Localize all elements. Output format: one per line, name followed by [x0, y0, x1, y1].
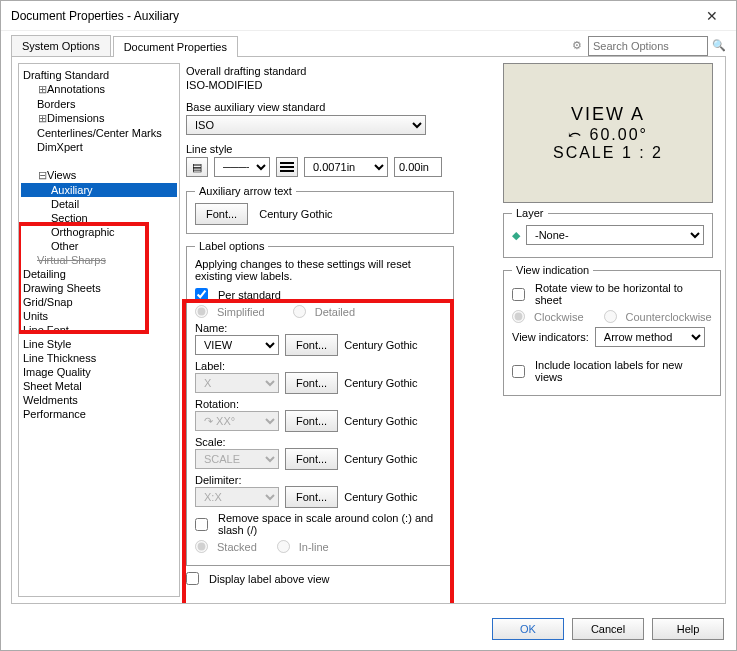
name-label: Name: — [195, 322, 445, 334]
tree-borders[interactable]: Borders — [21, 97, 177, 111]
tree-line-style[interactable]: Line Style — [21, 337, 177, 351]
search-box[interactable]: ⚙ 🔍 — [570, 36, 726, 56]
preview-scale: SCALE 1 : 2 — [553, 144, 663, 162]
nav-tree[interactable]: Drafting Standard ⊞Annotations Borders ⊞… — [18, 63, 180, 597]
tree-detail[interactable]: Detail — [21, 197, 177, 211]
view-indicators-label: View indicators: — [512, 331, 589, 343]
remove-space-checkbox[interactable] — [195, 518, 208, 531]
line-style-select[interactable]: ──── — [214, 157, 270, 177]
preview-view-label: VIEW A — [571, 104, 645, 125]
delimiter-font-button[interactable]: Font... — [285, 486, 338, 508]
line-style-row: ▤ ──── 0.0071in — [186, 157, 442, 177]
tree-views[interactable]: ⊟Views — [21, 168, 177, 183]
scale-font-button[interactable]: Font... — [285, 448, 338, 470]
preview-pane: VIEW A ⤺ 60.00° SCALE 1 : 2 — [503, 63, 713, 203]
tree-dimxpert[interactable]: DimXpert — [21, 140, 177, 154]
tree-centerlines[interactable]: Centerlines/Center Marks — [21, 126, 177, 140]
tree-performance[interactable]: Performance — [21, 407, 177, 421]
tab-strip: System Options Document Properties — [11, 35, 240, 56]
detailed-radio — [293, 305, 306, 318]
tab-document-properties[interactable]: Document Properties — [113, 36, 238, 57]
rotate-horizontal-checkbox[interactable] — [512, 288, 525, 301]
inline-label: In-line — [299, 541, 329, 553]
overall-standard-label: Overall drafting standard — [186, 65, 454, 77]
tree-orthographic[interactable]: Orthographic — [21, 225, 177, 239]
delimiter-select: X:X — [195, 487, 279, 507]
tree-line-thickness[interactable]: Line Thickness — [21, 351, 177, 365]
gear-icon: ⚙ — [570, 39, 584, 52]
auxiliary-arrow-text-legend: Auxiliary arrow text — [195, 185, 296, 197]
arrow-font-button[interactable]: Font... — [195, 203, 248, 225]
line-pattern-button[interactable]: ▤ — [186, 157, 208, 177]
stacked-label: Stacked — [217, 541, 257, 553]
rotation-font-button[interactable]: Font... — [285, 410, 338, 432]
tree-virtual-sharps[interactable]: Virtual Sharps — [21, 253, 177, 267]
tree-image-quality[interactable]: Image Quality — [21, 365, 177, 379]
ccw-label: Counterclockwise — [626, 311, 712, 323]
view-indicators-select[interactable]: Arrow method — [595, 327, 705, 347]
scale-label: Scale: — [195, 436, 445, 448]
label-font-name: Century Gothic — [344, 377, 417, 389]
tab-system-options[interactable]: System Options — [11, 35, 111, 56]
per-standard-checkbox[interactable] — [195, 288, 208, 301]
line-thickness-select[interactable]: 0.0071in — [304, 157, 388, 177]
label-font-button[interactable]: Font... — [285, 372, 338, 394]
label-options-group: Label options Applying changes to these … — [186, 240, 454, 566]
base-standard-select[interactable]: ISO — [186, 115, 426, 135]
label-select: X — [195, 373, 279, 393]
tree-drawing-sheets[interactable]: Drawing Sheets — [21, 281, 177, 295]
tree-dimensions[interactable]: ⊞Dimensions — [21, 111, 177, 126]
tree-weldments[interactable]: Weldments — [21, 393, 177, 407]
cancel-button[interactable]: Cancel — [572, 618, 644, 640]
clockwise-label: Clockwise — [534, 311, 584, 323]
line-end-input[interactable] — [394, 157, 442, 177]
footer: OK Cancel Help — [1, 610, 736, 650]
tree-auxiliary[interactable]: Auxiliary — [21, 183, 177, 197]
left-column: Overall drafting standard ISO-MODIFIED B… — [186, 63, 454, 589]
tree-drafting-standard[interactable]: Drafting Standard — [21, 68, 177, 82]
include-location-checkbox[interactable] — [512, 365, 525, 378]
tree-section[interactable]: Section — [21, 211, 177, 225]
name-select[interactable]: VIEW — [195, 335, 279, 355]
line-weight-icon — [276, 157, 298, 177]
tree-grid-snap[interactable]: Grid/Snap — [21, 295, 177, 309]
tree-units[interactable]: Units — [21, 309, 177, 323]
rotation-font-name: Century Gothic — [344, 415, 417, 427]
line-style-label: Line style — [186, 143, 454, 155]
ok-button[interactable]: OK — [492, 618, 564, 640]
search-icon[interactable]: 🔍 — [712, 39, 726, 52]
view-indication-legend: View indication — [512, 264, 593, 276]
label-options-note: Applying changes to these settings will … — [195, 258, 445, 282]
remove-space-label: Remove space in scale around colon (:) a… — [218, 512, 445, 536]
close-icon[interactable]: ✕ — [692, 8, 732, 24]
titlebar: Document Properties - Auxiliary ✕ — [1, 1, 736, 31]
rotate-horizontal-label: Rotate view to be horizontal to sheet — [535, 282, 712, 306]
arrow-font-name: Century Gothic — [259, 208, 332, 220]
layer-group: Layer ◆ -None- — [503, 207, 713, 258]
name-font-button[interactable]: Font... — [285, 334, 338, 356]
scale-select: SCALE — [195, 449, 279, 469]
name-font-name: Century Gothic — [344, 339, 417, 351]
rotation-label: Rotation: — [195, 398, 445, 410]
tree-line-font[interactable]: Line Font — [21, 323, 177, 337]
tree-sheet-metal[interactable]: Sheet Metal — [21, 379, 177, 393]
simplified-label: Simplified — [217, 306, 265, 318]
display-above-label: Display label above view — [209, 573, 329, 585]
label-options-legend: Label options — [195, 240, 268, 252]
preview-angle: ⤺ 60.00° — [568, 125, 648, 144]
tree-other[interactable]: Other — [21, 239, 177, 253]
help-button[interactable]: Help — [652, 618, 724, 640]
base-standard-label: Base auxiliary view standard — [186, 101, 454, 113]
search-input[interactable] — [588, 36, 708, 56]
scale-font-name: Century Gothic — [344, 453, 417, 465]
window-title: Document Properties - Auxiliary — [11, 9, 692, 23]
tree-annotations[interactable]: ⊞Annotations — [21, 82, 177, 97]
ccw-radio — [604, 310, 617, 323]
layer-legend: Layer — [512, 207, 548, 219]
right-column: VIEW A ⤺ 60.00° SCALE 1 : 2 Layer ◆ -Non… — [503, 63, 713, 402]
view-indication-group: View indication Rotate view to be horizo… — [503, 264, 721, 396]
inline-radio — [277, 540, 290, 553]
display-above-checkbox[interactable] — [186, 572, 199, 585]
tree-detailing[interactable]: Detailing — [21, 267, 177, 281]
layer-select[interactable]: -None- — [526, 225, 704, 245]
